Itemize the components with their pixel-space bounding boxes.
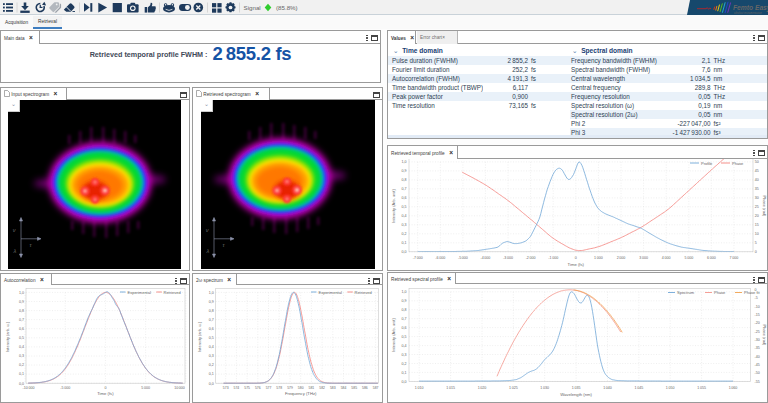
svg-text:585: 585 [351, 386, 357, 390]
svg-text:Phase fit: Phase fit [744, 290, 760, 295]
svg-text:0,1: 0,1 [209, 372, 214, 376]
svg-text:-2 000: -2 000 [526, 256, 536, 260]
svg-text:-50: -50 [755, 371, 760, 375]
svg-text:0,8: 0,8 [402, 178, 407, 182]
svg-text:τ: τ [223, 242, 226, 248]
svg-text:587: 587 [373, 386, 379, 390]
svg-text:1 030: 1 030 [540, 386, 549, 390]
svg-text:1,0: 1,0 [402, 290, 407, 294]
svg-text:0,7: 0,7 [402, 187, 407, 191]
svg-text:-35: -35 [755, 346, 760, 350]
svg-text:0,7: 0,7 [402, 317, 407, 321]
svg-text:1 035: 1 035 [572, 386, 581, 390]
svg-text:-15: -15 [755, 313, 760, 317]
svg-text:578: 578 [276, 386, 282, 390]
svg-text:5: 5 [755, 241, 757, 245]
svg-text:0,1: 0,1 [402, 371, 407, 375]
svg-text:0,5: 0,5 [402, 335, 407, 339]
svg-text:-4 000: -4 000 [480, 256, 490, 260]
svg-text:Signal: Signal [244, 4, 261, 11]
svg-text:0,4: 0,4 [402, 344, 407, 348]
svg-text:577: 577 [266, 386, 272, 390]
svg-text:0,8: 0,8 [209, 309, 214, 313]
svg-text:Frequency (THz): Frequency (THz) [285, 391, 317, 396]
svg-text:3 000: 3 000 [639, 256, 648, 260]
svg-text:582: 582 [319, 386, 325, 390]
svg-text:0,2: 0,2 [19, 363, 24, 367]
svg-text:0,8: 0,8 [19, 309, 24, 313]
svg-text:1 040: 1 040 [603, 386, 612, 390]
svg-text:-25: -25 [755, 330, 760, 334]
svg-text:0,6: 0,6 [402, 326, 407, 330]
svg-text:30: 30 [755, 196, 759, 200]
svg-text:0,3: 0,3 [402, 223, 407, 227]
svg-text:40: 40 [755, 178, 759, 182]
svg-text:-45: -45 [755, 363, 760, 367]
svg-text:0,6: 0,6 [19, 327, 24, 331]
svg-text:ν: ν [13, 227, 16, 233]
svg-text:0,9: 0,9 [402, 169, 407, 173]
svg-text:5 000: 5 000 [141, 386, 150, 390]
svg-text:1 045: 1 045 [635, 386, 644, 390]
svg-text:583: 583 [330, 386, 336, 390]
svg-text:575: 575 [244, 386, 250, 390]
svg-text:1 060: 1 060 [729, 386, 738, 390]
svg-text:0,5: 0,5 [19, 336, 24, 340]
svg-text:35: 35 [755, 187, 759, 191]
svg-text:-5 000: -5 000 [458, 256, 468, 260]
svg-text:0,0: 0,0 [209, 382, 214, 386]
svg-text:(85.8%): (85.8%) [276, 4, 298, 11]
svg-text:-3 000: -3 000 [503, 256, 513, 260]
svg-text:1 025: 1 025 [509, 386, 518, 390]
svg-text:0,9: 0,9 [402, 299, 407, 303]
svg-text:-55: -55 [755, 380, 760, 384]
svg-text:1 000: 1 000 [594, 256, 603, 260]
svg-text:0,0: 0,0 [402, 380, 407, 384]
svg-text:λ: λ [206, 248, 210, 254]
svg-text:Intensity (arb. u.): Intensity (arb. u.) [197, 321, 202, 352]
svg-text:Experimental: Experimental [319, 290, 342, 295]
svg-text:-10: -10 [755, 305, 760, 309]
svg-text:Experimental: Experimental [128, 290, 151, 295]
svg-text:-1 000: -1 000 [548, 256, 558, 260]
svg-text:25: 25 [755, 205, 759, 209]
svg-text:2 000: 2 000 [617, 256, 626, 260]
svg-text:0,2: 0,2 [402, 362, 407, 366]
svg-text:-20: -20 [755, 321, 760, 325]
svg-text:573: 573 [223, 386, 229, 390]
svg-text:1 020: 1 020 [478, 386, 487, 390]
svg-text:586: 586 [362, 386, 368, 390]
svg-text:7 000: 7 000 [730, 256, 739, 260]
svg-text:5 000: 5 000 [684, 256, 693, 260]
svg-text:-7 000: -7 000 [413, 256, 423, 260]
svg-text:0,9: 0,9 [19, 300, 24, 304]
svg-text:0,8: 0,8 [402, 308, 407, 312]
svg-text:1 010: 1 010 [415, 386, 424, 390]
svg-text:579: 579 [287, 386, 293, 390]
svg-text:Intensity (arb. u.): Intensity (arb. u.) [5, 321, 10, 352]
svg-text:0,5: 0,5 [402, 205, 407, 209]
svg-text:15: 15 [755, 223, 759, 227]
svg-text:0,0: 0,0 [402, 250, 407, 254]
svg-text:Time (fs): Time (fs) [97, 391, 114, 396]
svg-text:0,3: 0,3 [19, 354, 24, 358]
svg-text:Spectrum: Spectrum [677, 290, 695, 295]
svg-text:6 000: 6 000 [707, 256, 716, 260]
svg-text:4 000: 4 000 [662, 256, 671, 260]
svg-text:Intensity (Arb. unit): Intensity (Arb. unit) [391, 189, 396, 223]
svg-text:20: 20 [755, 214, 759, 218]
svg-text:Time (fs): Time (fs) [568, 262, 585, 267]
svg-text:0,2: 0,2 [209, 363, 214, 367]
svg-text:0,9: 0,9 [209, 300, 214, 304]
svg-text:-6 000: -6 000 [435, 256, 445, 260]
svg-text:576: 576 [255, 386, 261, 390]
svg-text:50: 50 [755, 160, 759, 164]
svg-text:1 015: 1 015 [446, 386, 455, 390]
svg-text:τ: τ [30, 242, 33, 248]
svg-text:-40: -40 [755, 355, 760, 359]
svg-text:0,4: 0,4 [19, 345, 24, 349]
svg-text:0,6: 0,6 [209, 327, 214, 331]
svg-text:Wavelength (nm): Wavelength (nm) [560, 392, 592, 397]
svg-text:0,4: 0,4 [402, 214, 407, 218]
svg-text:Phase: Phase [714, 290, 726, 295]
